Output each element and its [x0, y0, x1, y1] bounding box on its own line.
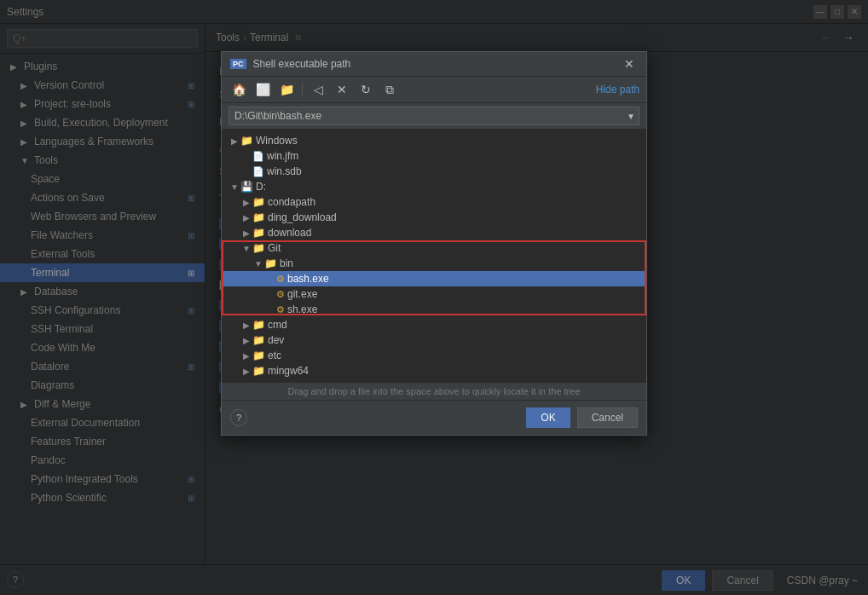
tree-item-label: download	[268, 227, 311, 239]
dialog-cancel-button[interactable]: Cancel	[577, 407, 638, 428]
tree-item-mingw64[interactable]: ▶ 📁 mingw64	[222, 363, 646, 378]
folder-icon: 📁	[252, 349, 265, 361]
file-tree-wrapper: ▶ 📁 Windows 📄 win.jfm 📄 win.sdb ▼	[222, 130, 646, 382]
exe-icon: ⚙	[276, 304, 285, 315]
tree-item-sh-exe[interactable]: ⚙ sh.exe	[222, 302, 646, 317]
tree-item-label: dev	[268, 334, 284, 346]
tree-item-label: Windows	[256, 135, 298, 147]
exe-icon: ⚙	[276, 289, 285, 300]
tree-item-label: etc	[268, 349, 281, 361]
dialog-buttons: ? OK Cancel	[222, 400, 646, 435]
hide-path-button[interactable]: Hide path	[596, 84, 639, 95]
tree-item-dev[interactable]: ▶ 📁 dev	[222, 332, 646, 348]
tree-item-label: cmd	[268, 319, 287, 331]
file-tree[interactable]: ▶ 📁 Windows 📄 win.jfm 📄 win.sdb ▼	[222, 130, 646, 382]
folder-icon: 📁	[252, 227, 265, 239]
delete-button[interactable]: ✕	[332, 80, 352, 99]
tree-item-winjfm[interactable]: 📄 win.jfm	[222, 148, 646, 164]
folder-icon: 📁	[240, 135, 253, 147]
tree-item-label: win.sdb	[267, 165, 302, 177]
tree-item-git[interactable]: ▼ 📁 Git	[222, 240, 646, 256]
file-icon: 📄	[252, 166, 264, 177]
tree-item-ding-download[interactable]: ▶ 📁 ding_download	[222, 210, 646, 225]
dialog-path-bar: ▼	[222, 103, 646, 130]
tree-expand-icon: ▶	[229, 136, 240, 146]
dialog-title-bar: PC Shell executable path ✕	[222, 52, 646, 77]
back-toolbar-button[interactable]: ◁	[308, 80, 328, 99]
tree-item-condapath[interactable]: ▶ 📁 condapath	[222, 194, 646, 210]
dialog-overlay: PC Shell executable path ✕ 🏠 ⬜ 📁 ◁ ✕ ↻ ⧉…	[0, 0, 868, 595]
new-folder-button[interactable]: 📁	[276, 80, 297, 99]
dialog-ok-button[interactable]: OK	[526, 407, 570, 428]
tree-item-winsdb[interactable]: 📄 win.sdb	[222, 164, 646, 179]
tree-item-bash-exe[interactable]: ⚙ bash.exe	[222, 271, 646, 286]
folder-icon: 📁	[252, 211, 265, 223]
tree-expand-icon: ▶	[240, 213, 252, 222]
folder-icon: 📁	[252, 196, 265, 208]
tree-expand-icon: ▶	[240, 198, 252, 207]
tree-expand-icon: ▶	[240, 336, 252, 345]
dialog-title: Shell executable path	[253, 58, 614, 70]
tree-item-cmd[interactable]: ▶ 📁 cmd	[222, 317, 646, 332]
dialog-close-button[interactable]: ✕	[621, 57, 638, 71]
tree-item-git-exe[interactable]: ⚙ git.exe	[222, 286, 646, 302]
tree-item-d-drive[interactable]: ▼ 💾 D:	[222, 179, 646, 194]
home-button[interactable]: 🏠	[229, 80, 249, 99]
folder-icon: 📁	[264, 257, 277, 269]
tree-item-label: ding_download	[268, 211, 337, 223]
file-icon: 📄	[252, 151, 264, 162]
folder-icon: 📁	[252, 242, 265, 254]
toolbar-separator	[302, 83, 303, 96]
tree-item-label: bin	[280, 257, 293, 269]
path-dropdown-button[interactable]: ▼	[623, 112, 639, 121]
dialog-hint: Drag and drop a file into the space abov…	[222, 382, 646, 400]
file-picker-dialog: PC Shell executable path ✕ 🏠 ⬜ 📁 ◁ ✕ ↻ ⧉…	[221, 51, 647, 436]
tree-item-label: condapath	[268, 196, 315, 208]
tree-item-label: win.jfm	[267, 150, 298, 162]
tree-expand-icon: ▶	[240, 228, 252, 238]
folder-icon: 📁	[252, 334, 265, 346]
tree-expand-icon: ▼	[252, 259, 264, 269]
tree-expand-icon: ▶	[240, 367, 252, 376]
red-box-container: ▼ 📁 Git ▼ 📁 bin ⚙ bash.exe	[222, 240, 646, 317]
refresh-button[interactable]: ↻	[356, 80, 376, 99]
tree-item-label: Git	[268, 242, 281, 254]
tree-expand-icon: ▼	[229, 182, 240, 192]
tree-item-download[interactable]: ▶ 📁 download	[222, 225, 646, 240]
tree-item-label: D:	[256, 181, 266, 193]
folder-icon: 📁	[252, 319, 265, 331]
tree-item-etc[interactable]: ▶ 📁 etc	[222, 348, 646, 363]
path-input-wrapper: ▼	[229, 107, 639, 125]
dialog-icon: PC	[230, 59, 246, 69]
tree-item-label: mingw64	[268, 365, 309, 377]
tree-item-label: bash.exe	[287, 273, 329, 285]
drive-icon: 💾	[240, 181, 253, 193]
tree-expand-icon: ▼	[240, 244, 252, 253]
tree-expand-icon: ▶	[240, 321, 252, 330]
tree-item-label: git.exe	[287, 288, 317, 300]
tree-item-windows[interactable]: ▶ 📁 Windows	[222, 133, 646, 148]
tree-item-label: sh.exe	[287, 303, 317, 315]
dialog-toolbar: 🏠 ⬜ 📁 ◁ ✕ ↻ ⧉ Hide path	[222, 77, 646, 103]
dialog-help-button[interactable]: ?	[230, 409, 247, 426]
tree-expand-icon: ▶	[240, 351, 252, 361]
link-button[interactable]: ⧉	[379, 80, 400, 99]
exe-icon: ⚙	[276, 274, 285, 285]
up-button[interactable]: ⬜	[252, 80, 273, 99]
path-input[interactable]	[229, 107, 623, 124]
tree-item-bin[interactable]: ▼ 📁 bin	[222, 256, 646, 271]
folder-icon: 📁	[252, 365, 265, 377]
